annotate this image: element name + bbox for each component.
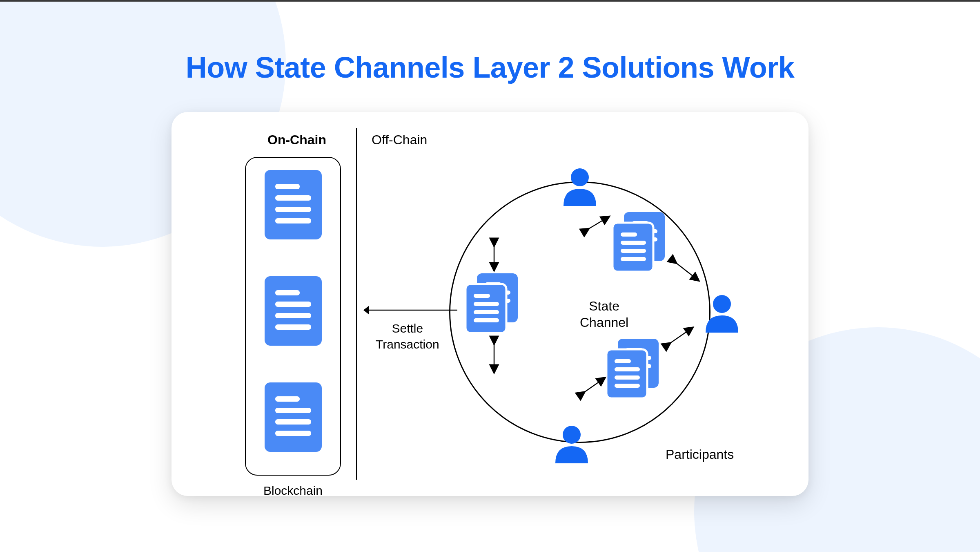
- diagram-title: How State Channels Layer 2 Solutions Wor…: [0, 51, 980, 84]
- document-icon: [265, 276, 322, 346]
- offchain-heading: Off-Chain: [372, 132, 427, 147]
- exchange-arrows: [445, 177, 731, 455]
- svg-rect-6: [275, 290, 300, 295]
- document-icon: [265, 170, 322, 239]
- svg-rect-4: [275, 218, 311, 223]
- blockchain-label: Blockchain: [246, 484, 340, 498]
- svg-rect-12: [275, 408, 311, 413]
- svg-rect-2: [275, 195, 311, 201]
- svg-rect-0: [265, 170, 322, 239]
- svg-rect-8: [275, 313, 311, 318]
- svg-line-51: [668, 329, 690, 345]
- settle-arrow: [356, 304, 458, 316]
- svg-rect-14: [275, 431, 311, 436]
- document-icon: [265, 382, 322, 452]
- settle-transaction-label: Settle Transaction: [376, 320, 439, 352]
- svg-rect-7: [275, 302, 311, 307]
- svg-rect-10: [265, 382, 322, 452]
- svg-line-48: [586, 218, 606, 230]
- svg-rect-3: [275, 207, 311, 212]
- svg-rect-11: [275, 396, 300, 402]
- svg-rect-9: [275, 324, 311, 330]
- svg-rect-5: [265, 276, 322, 346]
- svg-rect-1: [275, 184, 300, 189]
- svg-rect-13: [275, 419, 311, 425]
- svg-line-50: [582, 380, 602, 394]
- diagram-card: On-Chain Off-Chain Blockchain: [172, 112, 808, 496]
- onchain-heading: On-Chain: [267, 132, 326, 147]
- svg-line-49: [674, 261, 696, 279]
- blockchain-container: Blockchain: [245, 157, 341, 476]
